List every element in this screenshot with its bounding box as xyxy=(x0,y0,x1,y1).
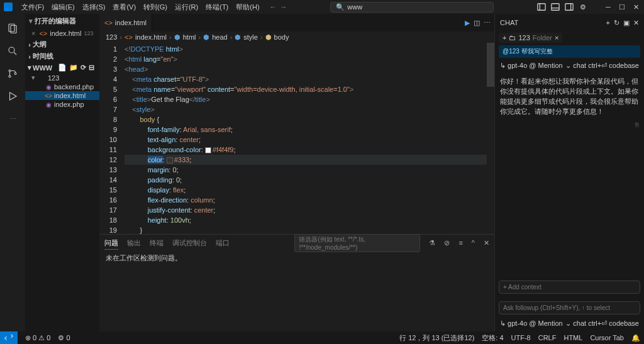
status-cursor-pos[interactable]: 行 12，列 13 (已选择12) xyxy=(396,333,478,343)
status-eol[interactable]: CRLF xyxy=(535,334,560,341)
clear-icon[interactable]: ⊘ xyxy=(444,239,450,247)
breadcrumb-item[interactable]: index.html xyxy=(135,33,167,41)
breadcrumb-item[interactable]: head xyxy=(212,33,227,41)
layout-left-icon[interactable] xyxy=(537,3,546,11)
close-tag-icon[interactable]: × xyxy=(555,34,558,42)
panel-tab[interactable]: 终端 xyxy=(150,236,164,249)
breadcrumb[interactable]: 123›<> index.html›⬢ html›⬢ head›⬢ style›… xyxy=(99,31,494,43)
tree-item[interactable]: <>index.html xyxy=(25,91,99,100)
code-editor[interactable]: 1234567891011121314151617181920 <!DOCTYP… xyxy=(99,43,494,234)
open-editors-header[interactable]: ▾ 打开的编辑器 xyxy=(25,14,99,28)
panel-tab[interactable]: 输出 xyxy=(127,236,141,249)
panel-tab[interactable]: 调试控制台 xyxy=(172,236,207,249)
window-maximize-icon[interactable]: ☐ xyxy=(618,3,626,11)
more-icon[interactable]: ⋯ xyxy=(0,108,25,130)
tree-item[interactable]: ◉backend.php xyxy=(25,82,99,91)
status-ports[interactable]: ⚙ 0 xyxy=(54,334,74,342)
search-activity-icon[interactable] xyxy=(0,40,25,62)
window-close-icon[interactable]: ✕ xyxy=(631,3,640,11)
split-icon[interactable]: ◫ xyxy=(474,19,480,27)
menu-item[interactable]: 运行(R) xyxy=(171,2,202,12)
menu-item[interactable]: 编辑(E) xyxy=(48,2,79,12)
menu-item[interactable]: 查看(V) xyxy=(109,2,140,12)
svg-point-8 xyxy=(9,47,14,53)
history-icon[interactable]: ↻ xyxy=(614,19,619,27)
problems-filter-input[interactable]: 筛选器(例如 text, **/*.ts, !**/node_modules/*… xyxy=(294,234,420,252)
breadcrumb-item[interactable]: style xyxy=(243,33,258,41)
collapse-icon[interactable]: ⊟ xyxy=(89,64,94,72)
nav-forward-icon[interactable]: → xyxy=(280,3,287,11)
breadcrumb-item[interactable]: body xyxy=(274,33,289,41)
status-bell-icon[interactable]: 🔔 xyxy=(628,334,644,342)
tree-item[interactable]: ◉index.php xyxy=(25,100,99,109)
status-lang[interactable]: HTML xyxy=(560,334,586,341)
breadcrumb-item[interactable]: 123 xyxy=(106,33,117,41)
section-workspace[interactable]: ▾WWW 📄 📁 ⟳ ⊟ xyxy=(25,62,99,73)
chat-model-label[interactable]: ↳ gpt-4o @ Mention xyxy=(500,62,563,70)
source-control-icon[interactable] xyxy=(0,63,25,84)
close-panel-icon[interactable]: ✕ xyxy=(484,239,489,247)
layout-right-icon[interactable] xyxy=(565,3,574,11)
editor-area: <> index.html ▶ ◫ ⋯ 123›<> index.html›⬢ … xyxy=(99,14,494,331)
menu-item[interactable]: 选择(S) xyxy=(79,2,109,12)
window-minimize-icon[interactable]: ─ xyxy=(604,3,613,11)
menu-item[interactable]: 帮助(H) xyxy=(232,2,263,12)
layout-bottom-icon[interactable] xyxy=(551,3,560,11)
status-problems[interactable]: ⊗ 0 ⚠ 0 xyxy=(21,334,54,342)
breadcrumb-icon: <> xyxy=(125,33,133,41)
chat-panel: CHAT + ↻ ▣ ✕ + 🗀 123 Folder × @123 帮我写完整… xyxy=(494,14,644,331)
chat-context-tab[interactable]: + 🗀 123 Folder × xyxy=(499,33,562,43)
breadcrumb-icon: ⬢ xyxy=(174,33,180,42)
breadcrumb-item[interactable]: html xyxy=(183,33,196,41)
run-debug-icon[interactable] xyxy=(0,86,25,107)
dock-icon[interactable]: ▣ xyxy=(623,19,630,27)
editor-tab[interactable]: <> index.html xyxy=(99,14,152,31)
nav-back-icon[interactable]: ← xyxy=(270,3,277,11)
collapse-panel-icon[interactable]: ≡ xyxy=(458,239,462,247)
refresh-icon[interactable]: ⟳ xyxy=(80,64,86,72)
command-center[interactable]: 🔍 www xyxy=(330,2,494,13)
panel-tab[interactable]: 端口 xyxy=(216,236,230,249)
svg-point-10 xyxy=(9,70,11,72)
chat-title: CHAT xyxy=(500,19,518,26)
copy-icon[interactable]: ⎘ xyxy=(495,121,644,128)
new-chat-icon[interactable]: + xyxy=(606,19,610,27)
menubar: 文件(F)编辑(E)选择(S)查看(V)转到(G)运行(R)终端(T)帮助(H)… xyxy=(0,0,644,14)
status-cursor-tab[interactable]: Cursor Tab xyxy=(586,334,628,341)
close-icon[interactable]: × xyxy=(31,30,35,37)
svg-point-11 xyxy=(9,75,11,77)
remote-icon[interactable] xyxy=(0,331,18,344)
chat-input[interactable]: Ask followup (Ctrl+Shift+Y), ↑ to select xyxy=(499,301,640,314)
menu-item[interactable]: 文件(F) xyxy=(18,2,48,12)
svg-rect-2 xyxy=(552,4,559,11)
filter-icon[interactable]: ⚗ xyxy=(429,239,435,247)
minimap[interactable] xyxy=(487,43,494,234)
new-folder-icon[interactable]: 📁 xyxy=(69,64,78,72)
tree-item[interactable]: ▾123 xyxy=(25,73,99,82)
section-outline[interactable]: ›大纲 xyxy=(25,38,99,50)
maximize-panel-icon[interactable]: ^ xyxy=(472,239,475,247)
new-file-icon[interactable]: 📄 xyxy=(58,64,67,72)
gear-icon[interactable]: ⚙ xyxy=(579,3,587,11)
file-icon: <> xyxy=(45,92,52,99)
open-editor-item[interactable]: × <> index.html 123 xyxy=(25,28,99,38)
menu-item[interactable]: 终端(T) xyxy=(202,2,232,12)
chat-mode-label[interactable]: ⌄ chat ctrl+⏎ codebase xyxy=(565,62,639,70)
chat-add-context[interactable]: + Add context xyxy=(499,280,640,294)
chat-foot-mode[interactable]: ⌄ chat ctrl+⏎ codebase xyxy=(565,319,639,328)
panel-tab[interactable]: 问题 xyxy=(104,236,118,250)
add-icon[interactable]: + xyxy=(502,34,506,42)
explorer-icon[interactable] xyxy=(0,18,25,39)
compare-icon[interactable]: ▶ xyxy=(465,19,470,27)
status-indent[interactable]: 空格: 4 xyxy=(478,333,507,343)
search-text: www xyxy=(347,3,362,11)
chat-foot-model[interactable]: ↳ gpt-4o @ Mention xyxy=(500,319,563,328)
file-icon: ◉ xyxy=(45,101,52,108)
file-icon: ◉ xyxy=(45,83,52,91)
more-actions-icon[interactable]: ⋯ xyxy=(484,19,491,27)
close-chat-icon[interactable]: ✕ xyxy=(633,19,639,27)
status-encoding[interactable]: UTF-8 xyxy=(508,334,535,341)
svg-line-9 xyxy=(14,52,16,55)
section-timeline[interactable]: ›时间线 xyxy=(25,50,99,62)
menu-item[interactable]: 转到(G) xyxy=(140,2,171,12)
